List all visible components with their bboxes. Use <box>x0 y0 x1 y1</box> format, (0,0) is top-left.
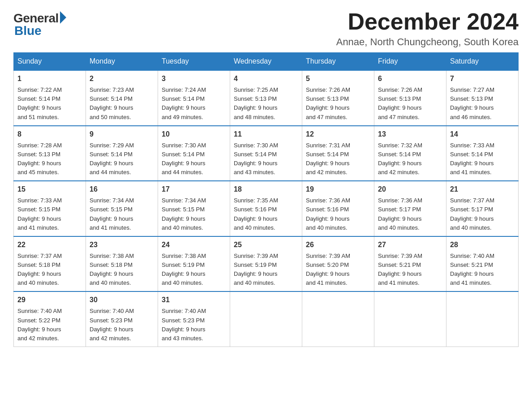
day-info: Sunrise: 7:25 AM Sunset: 5:13 PM Dayligh… <box>234 86 298 122</box>
calendar-empty-cell <box>446 291 519 347</box>
calendar-day-cell: 5Sunrise: 7:26 AM Sunset: 5:13 PM Daylig… <box>302 70 374 126</box>
day-info: Sunrise: 7:30 AM Sunset: 5:14 PM Dayligh… <box>234 141 298 177</box>
day-info: Sunrise: 7:40 AM Sunset: 5:23 PM Dayligh… <box>90 307 154 343</box>
day-number: 7 <box>450 73 515 84</box>
day-number: 3 <box>162 73 226 84</box>
day-number: 22 <box>17 240 82 250</box>
calendar-day-cell: 22Sunrise: 7:37 AM Sunset: 5:18 PM Dayli… <box>14 236 86 292</box>
day-number: 24 <box>162 240 226 250</box>
day-info: Sunrise: 7:34 AM Sunset: 5:15 PM Dayligh… <box>90 196 154 232</box>
calendar-day-cell: 30Sunrise: 7:40 AM Sunset: 5:23 PM Dayli… <box>86 291 158 347</box>
day-number: 6 <box>378 73 442 84</box>
day-info: Sunrise: 7:31 AM Sunset: 5:14 PM Dayligh… <box>306 141 370 177</box>
weekday-header-sunday: Sunday <box>14 53 86 71</box>
day-info: Sunrise: 7:36 AM Sunset: 5:16 PM Dayligh… <box>306 196 370 232</box>
day-info: Sunrise: 7:33 AM Sunset: 5:15 PM Dayligh… <box>17 196 82 232</box>
day-info: Sunrise: 7:22 AM Sunset: 5:14 PM Dayligh… <box>17 86 82 122</box>
weekday-header-wednesday: Wednesday <box>230 53 302 71</box>
calendar-week-row: 29Sunrise: 7:40 AM Sunset: 5:22 PM Dayli… <box>14 291 519 347</box>
day-number: 14 <box>450 129 515 140</box>
calendar-day-cell: 8Sunrise: 7:28 AM Sunset: 5:13 PM Daylig… <box>14 126 86 181</box>
day-number: 30 <box>90 295 154 305</box>
calendar-day-cell: 23Sunrise: 7:38 AM Sunset: 5:18 PM Dayli… <box>86 236 158 292</box>
weekday-header-friday: Friday <box>374 53 446 71</box>
day-number: 11 <box>234 129 298 140</box>
calendar-header-row: SundayMondayTuesdayWednesdayThursdayFrid… <box>14 53 519 71</box>
calendar-week-row: 15Sunrise: 7:33 AM Sunset: 5:15 PM Dayli… <box>14 181 519 236</box>
calendar-day-cell: 10Sunrise: 7:30 AM Sunset: 5:14 PM Dayli… <box>158 126 230 181</box>
day-number: 18 <box>234 184 298 195</box>
calendar-day-cell: 11Sunrise: 7:30 AM Sunset: 5:14 PM Dayli… <box>230 126 302 181</box>
day-info: Sunrise: 7:37 AM Sunset: 5:18 PM Dayligh… <box>17 252 82 288</box>
calendar-day-cell: 16Sunrise: 7:34 AM Sunset: 5:15 PM Dayli… <box>86 181 158 236</box>
location-subtitle: Annae, North Chungcheong, South Korea <box>336 36 519 48</box>
calendar-day-cell: 28Sunrise: 7:40 AM Sunset: 5:21 PM Dayli… <box>446 236 519 292</box>
day-info: Sunrise: 7:28 AM Sunset: 5:13 PM Dayligh… <box>17 141 82 177</box>
calendar-day-cell: 19Sunrise: 7:36 AM Sunset: 5:16 PM Dayli… <box>302 181 374 236</box>
day-info: Sunrise: 7:27 AM Sunset: 5:13 PM Dayligh… <box>450 86 515 122</box>
day-info: Sunrise: 7:40 AM Sunset: 5:23 PM Dayligh… <box>162 307 226 343</box>
day-number: 13 <box>378 129 442 140</box>
calendar-day-cell: 15Sunrise: 7:33 AM Sunset: 5:15 PM Dayli… <box>14 181 86 236</box>
calendar-day-cell: 7Sunrise: 7:27 AM Sunset: 5:13 PM Daylig… <box>446 70 519 126</box>
day-number: 20 <box>378 184 442 195</box>
weekday-header-thursday: Thursday <box>302 53 374 71</box>
day-info: Sunrise: 7:39 AM Sunset: 5:20 PM Dayligh… <box>306 252 370 288</box>
calendar-day-cell: 24Sunrise: 7:38 AM Sunset: 5:19 PM Dayli… <box>158 236 230 292</box>
calendar-day-cell: 26Sunrise: 7:39 AM Sunset: 5:20 PM Dayli… <box>302 236 374 292</box>
day-info: Sunrise: 7:32 AM Sunset: 5:14 PM Dayligh… <box>378 141 442 177</box>
day-number: 19 <box>306 184 370 195</box>
day-info: Sunrise: 7:39 AM Sunset: 5:21 PM Dayligh… <box>378 252 442 288</box>
day-number: 25 <box>234 240 298 250</box>
calendar-day-cell: 9Sunrise: 7:29 AM Sunset: 5:14 PM Daylig… <box>86 126 158 181</box>
day-info: Sunrise: 7:23 AM Sunset: 5:14 PM Dayligh… <box>90 86 154 122</box>
calendar-week-row: 1Sunrise: 7:22 AM Sunset: 5:14 PM Daylig… <box>14 70 519 126</box>
calendar-empty-cell <box>374 291 446 347</box>
calendar-day-cell: 20Sunrise: 7:36 AM Sunset: 5:17 PM Dayli… <box>374 181 446 236</box>
calendar-day-cell: 17Sunrise: 7:34 AM Sunset: 5:15 PM Dayli… <box>158 181 230 236</box>
day-number: 28 <box>450 240 515 250</box>
calendar-day-cell: 2Sunrise: 7:23 AM Sunset: 5:14 PM Daylig… <box>86 70 158 126</box>
day-info: Sunrise: 7:34 AM Sunset: 5:15 PM Dayligh… <box>162 196 226 232</box>
day-info: Sunrise: 7:26 AM Sunset: 5:13 PM Dayligh… <box>306 86 370 122</box>
day-info: Sunrise: 7:40 AM Sunset: 5:22 PM Dayligh… <box>17 307 82 343</box>
day-info: Sunrise: 7:38 AM Sunset: 5:18 PM Dayligh… <box>90 252 154 288</box>
weekday-header-monday: Monday <box>86 53 158 71</box>
calendar-week-row: 22Sunrise: 7:37 AM Sunset: 5:18 PM Dayli… <box>14 236 519 292</box>
day-number: 27 <box>378 240 442 250</box>
day-info: Sunrise: 7:40 AM Sunset: 5:21 PM Dayligh… <box>450 252 515 288</box>
day-number: 10 <box>162 129 226 140</box>
weekday-header-tuesday: Tuesday <box>158 53 230 71</box>
day-number: 12 <box>306 129 370 140</box>
day-info: Sunrise: 7:24 AM Sunset: 5:14 PM Dayligh… <box>162 86 226 122</box>
calendar-day-cell: 1Sunrise: 7:22 AM Sunset: 5:14 PM Daylig… <box>14 70 86 126</box>
day-info: Sunrise: 7:30 AM Sunset: 5:14 PM Dayligh… <box>162 141 226 177</box>
logo-blue-text: Blue <box>14 24 42 38</box>
calendar-day-cell: 18Sunrise: 7:35 AM Sunset: 5:16 PM Dayli… <box>230 181 302 236</box>
day-number: 21 <box>450 184 515 195</box>
calendar-day-cell: 14Sunrise: 7:33 AM Sunset: 5:14 PM Dayli… <box>446 126 519 181</box>
day-number: 15 <box>17 184 82 195</box>
day-number: 4 <box>234 73 298 84</box>
calendar-day-cell: 21Sunrise: 7:37 AM Sunset: 5:17 PM Dayli… <box>446 181 519 236</box>
day-number: 16 <box>90 184 154 195</box>
title-section: December 2024 Annae, North Chungcheong, … <box>336 9 519 48</box>
calendar-day-cell: 27Sunrise: 7:39 AM Sunset: 5:21 PM Dayli… <box>374 236 446 292</box>
day-info: Sunrise: 7:38 AM Sunset: 5:19 PM Dayligh… <box>162 252 226 288</box>
calendar-day-cell: 6Sunrise: 7:26 AM Sunset: 5:13 PM Daylig… <box>374 70 446 126</box>
day-info: Sunrise: 7:36 AM Sunset: 5:17 PM Dayligh… <box>378 196 442 232</box>
day-number: 26 <box>306 240 370 250</box>
day-info: Sunrise: 7:33 AM Sunset: 5:14 PM Dayligh… <box>450 141 515 177</box>
calendar-empty-cell <box>302 291 374 347</box>
day-info: Sunrise: 7:29 AM Sunset: 5:14 PM Dayligh… <box>90 141 154 177</box>
calendar-day-cell: 4Sunrise: 7:25 AM Sunset: 5:13 PM Daylig… <box>230 70 302 126</box>
day-number: 2 <box>90 73 154 84</box>
day-info: Sunrise: 7:39 AM Sunset: 5:19 PM Dayligh… <box>234 252 298 288</box>
day-info: Sunrise: 7:37 AM Sunset: 5:17 PM Dayligh… <box>450 196 515 232</box>
logo: General Blue <box>13 9 66 38</box>
day-number: 5 <box>306 73 370 84</box>
day-number: 8 <box>17 129 82 140</box>
day-number: 31 <box>162 295 226 305</box>
calendar-day-cell: 25Sunrise: 7:39 AM Sunset: 5:19 PM Dayli… <box>230 236 302 292</box>
day-number: 1 <box>17 73 82 84</box>
